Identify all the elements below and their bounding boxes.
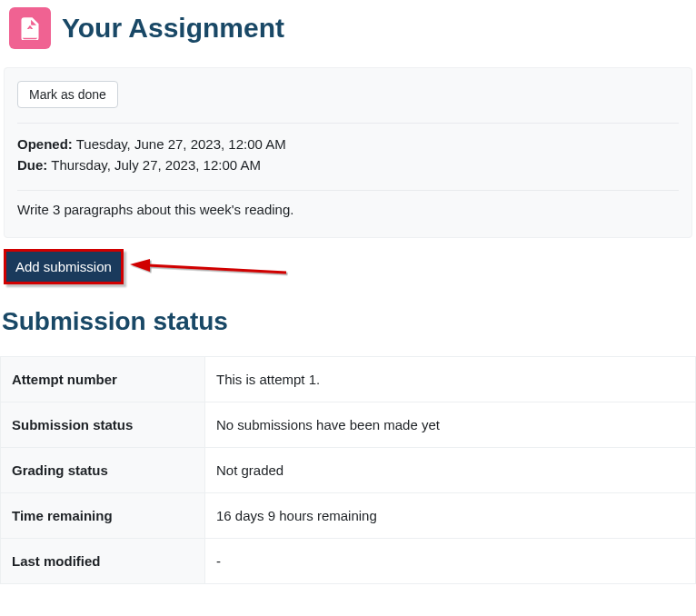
page-title: Your Assignment — [62, 13, 284, 44]
row-value: - — [205, 539, 696, 584]
mark-as-done-button[interactable]: Mark as done — [17, 81, 118, 108]
submission-status-table: Attempt number This is attempt 1. Submis… — [0, 356, 696, 584]
table-row: Time remaining 16 days 9 hours remaining — [1, 493, 696, 539]
opened-date-line: Opened: Tuesday, June 27, 2023, 12:00 AM — [17, 134, 679, 155]
svg-marker-1 — [130, 259, 150, 272]
assignment-info-panel: Mark as done Opened: Tuesday, June 27, 2… — [4, 67, 692, 238]
row-value: Not graded — [205, 448, 696, 493]
row-label: Grading status — [1, 448, 205, 493]
row-label: Time remaining — [1, 493, 205, 539]
add-submission-region: Add submission — [0, 249, 696, 289]
row-value: No submissions have been made yet — [205, 402, 696, 448]
opened-value: Tuesday, June 27, 2023, 12:00 AM — [76, 136, 286, 152]
row-value: This is attempt 1. — [205, 357, 696, 402]
svg-line-0 — [148, 265, 286, 273]
row-value: 16 days 9 hours remaining — [205, 493, 696, 539]
divider — [17, 190, 679, 191]
due-date-line: Due: Thursday, July 27, 2023, 12:00 AM — [17, 155, 679, 176]
table-row: Last modified - — [1, 539, 696, 584]
annotation-arrow-icon — [123, 256, 304, 283]
assignment-icon — [9, 7, 51, 49]
row-label: Submission status — [1, 402, 205, 448]
assignment-description: Write 3 paragraphs about this week's rea… — [17, 202, 679, 217]
table-row: Submission status No submissions have be… — [1, 402, 696, 448]
add-submission-button[interactable]: Add submission — [4, 249, 124, 284]
table-row: Attempt number This is attempt 1. — [1, 357, 696, 402]
document-upload-icon — [18, 16, 42, 40]
row-label: Last modified — [1, 539, 205, 584]
divider — [17, 123, 679, 124]
due-value: Thursday, July 27, 2023, 12:00 AM — [51, 157, 261, 173]
opened-label: Opened: — [17, 136, 73, 152]
row-label: Attempt number — [1, 357, 205, 402]
table-row: Grading status Not graded — [1, 448, 696, 493]
submission-status-heading: Submission status — [2, 307, 696, 336]
due-label: Due: — [17, 157, 47, 173]
page-header: Your Assignment — [0, 0, 696, 56]
